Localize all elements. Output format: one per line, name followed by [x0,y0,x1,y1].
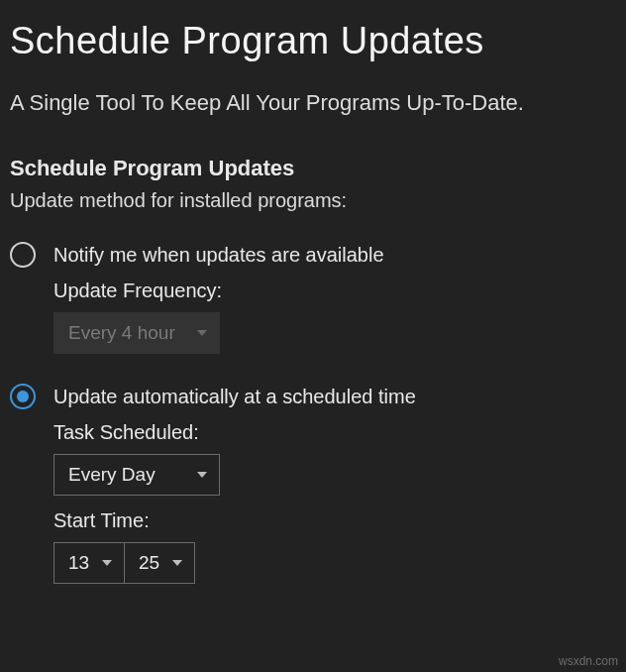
frequency-label: Update Frequency: [53,280,616,302]
task-scheduled-label: Task Scheduled: [53,421,616,444]
task-scheduled-value: Every Day [68,464,156,486]
task-scheduled-select[interactable]: Every Day [53,454,220,496]
method-label: Update method for installed programs: [10,189,616,212]
frequency-select: Every 4 hour [53,312,220,354]
watermark: wsxdn.com [559,654,618,668]
section-heading: Schedule Program Updates [10,156,616,181]
chevron-down-icon [197,472,207,478]
start-hour-select[interactable]: 13 [53,542,125,584]
page-subtitle: A Single Tool To Keep All Your Programs … [10,90,616,116]
start-hour-value: 13 [68,552,89,574]
radio-option-notify[interactable]: Notify me when updates are available [10,242,616,268]
chevron-down-icon [172,560,182,566]
chevron-down-icon [102,560,112,566]
chevron-down-icon [197,330,207,336]
radio-label-scheduled: Update automatically at a scheduled time [53,386,416,408]
radio-icon [10,242,36,268]
start-minute-value: 25 [139,552,159,574]
start-time-label: Start Time: [53,509,616,532]
radio-option-scheduled[interactable]: Update automatically at a scheduled time [10,384,616,409]
start-minute-select[interactable]: 25 [124,542,195,584]
frequency-value: Every 4 hour [68,322,175,344]
radio-icon [10,384,36,409]
radio-label-notify: Notify me when updates are available [53,244,384,267]
page-title: Schedule Program Updates [10,20,616,62]
